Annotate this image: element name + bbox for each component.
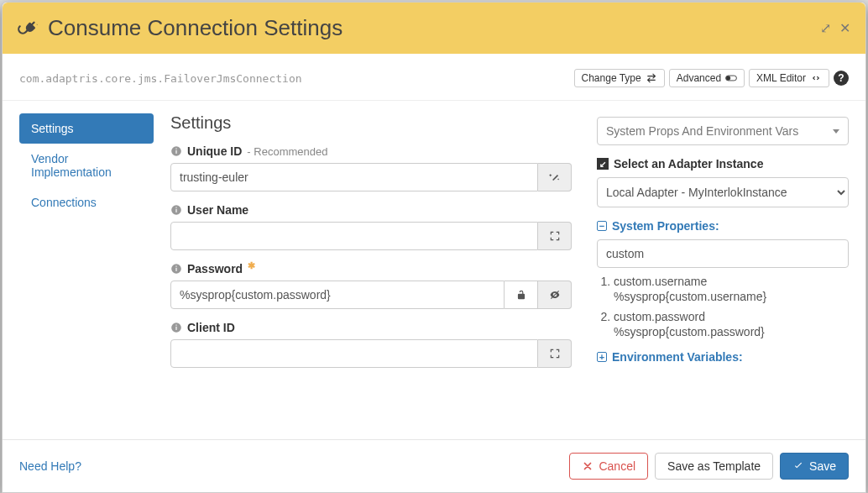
visibility-button[interactable] <box>538 281 572 309</box>
chevron-down-icon <box>833 129 839 134</box>
adapter-icon <box>597 158 609 170</box>
field-password: Password ✱ <box>170 262 572 309</box>
settings-heading: Settings <box>170 113 572 133</box>
unlock-icon <box>515 289 527 301</box>
adapter-instance-label: Select an Adapter Instance <box>614 157 763 170</box>
right-column: System Props And Environment Vars Select… <box>597 113 849 439</box>
field-username: User Name <box>170 203 572 250</box>
password-label: Password <box>187 262 243 275</box>
expand-button[interactable] <box>538 339 572 368</box>
expand-button[interactable] <box>538 222 572 250</box>
save-label: Save <box>809 459 836 473</box>
magic-wand-icon <box>549 171 561 183</box>
settings-column: Settings Unique ID - Recommended <box>170 113 572 439</box>
collapse-icon: − <box>597 221 607 231</box>
unique-id-hint: - Recommended <box>247 145 327 158</box>
client-id-input[interactable] <box>170 339 538 368</box>
prop-name: custom.password <box>614 310 705 323</box>
adapter-instance-label-row: Select an Adapter Instance <box>597 157 849 170</box>
code-icon <box>810 72 822 84</box>
svg-rect-6 <box>175 209 176 212</box>
list-item[interactable]: custom.password %sysprop{custom.password… <box>614 310 849 338</box>
unique-id-input[interactable] <box>170 163 538 191</box>
prop-name: custom.username <box>614 275 707 288</box>
swap-icon <box>646 72 657 84</box>
info-icon <box>170 263 182 275</box>
modified-indicator-icon: ✱ <box>248 260 255 271</box>
field-unique-id: Unique ID - Recommended <box>170 144 572 191</box>
side-nav: Settings Vendor Implementation Connectio… <box>19 113 154 439</box>
prop-expression: %sysprop{custom.password} <box>614 325 849 338</box>
unique-id-label: Unique ID <box>187 144 242 158</box>
vars-type-select[interactable]: System Props And Environment Vars <box>597 117 849 145</box>
main-content: Settings Unique ID - Recommended <box>170 113 849 439</box>
subheader-buttons: Change Type Advanced XML Editor ? <box>574 69 849 87</box>
expand-icon <box>549 348 561 359</box>
system-props-filter-input[interactable] <box>597 239 849 268</box>
change-type-label: Change Type <box>582 72 641 84</box>
modal-title: Consume Connection Settings <box>18 15 342 41</box>
lock-button[interactable] <box>505 281 538 309</box>
svg-rect-14 <box>175 325 176 326</box>
expand-icon: + <box>597 352 607 362</box>
help-icon[interactable]: ? <box>834 71 849 86</box>
environment-variables-label: Environment Variables: <box>612 350 743 364</box>
info-icon <box>170 145 182 157</box>
username-input[interactable] <box>170 222 538 250</box>
sidenav-item-settings[interactable]: Settings <box>19 113 154 144</box>
modal-title-text: Consume Connection Settings <box>48 15 342 41</box>
svg-rect-4 <box>175 149 176 149</box>
save-button[interactable]: Save <box>780 453 849 480</box>
system-properties-label: System Properties: <box>612 219 719 233</box>
list-item[interactable]: custom.username %sysprop{custom.username… <box>614 275 849 303</box>
sidenav-item-connections[interactable]: Connections <box>19 187 154 218</box>
system-properties-toggle[interactable]: − System Properties: <box>597 219 849 233</box>
expand-icon <box>549 230 561 242</box>
advanced-label: Advanced <box>677 72 721 84</box>
prop-expression: %sysprop{custom.username} <box>614 290 849 303</box>
svg-point-1 <box>726 76 730 81</box>
username-label: User Name <box>187 203 248 217</box>
info-icon <box>170 322 182 333</box>
svg-rect-13 <box>175 327 176 330</box>
plug-icon <box>18 18 39 39</box>
modal-footer: Need Help? Cancel Save as Template Save <box>3 439 865 492</box>
close-icon[interactable]: ✕ <box>839 20 850 36</box>
modal-body: Settings Vendor Implementation Connectio… <box>3 101 865 439</box>
subheader: com.adaptris.core.jms.FailoverJmsConnect… <box>3 54 865 101</box>
expand-icon[interactable]: ⤢ <box>820 20 831 36</box>
xml-editor-button[interactable]: XML Editor <box>749 69 829 87</box>
client-id-label: Client ID <box>187 321 235 334</box>
footer-buttons: Cancel Save as Template Save <box>569 453 849 480</box>
close-icon <box>582 460 593 472</box>
svg-rect-9 <box>175 268 176 271</box>
environment-variables-toggle[interactable]: + Environment Variables: <box>597 350 849 364</box>
field-client-id: Client ID <box>170 321 572 368</box>
cancel-label: Cancel <box>599 459 635 473</box>
header-actions: ⤢ ✕ <box>820 20 850 36</box>
svg-rect-3 <box>175 150 176 154</box>
adapter-instance-select[interactable]: Local Adapter - MyInterlokInstance <box>597 177 849 207</box>
need-help-link[interactable]: Need Help? <box>19 459 81 473</box>
advanced-button[interactable]: Advanced <box>669 69 745 87</box>
vars-type-label: System Props And Environment Vars <box>606 124 798 138</box>
sidenav-item-vendor-implementation[interactable]: Vendor Implementation <box>19 144 154 187</box>
cancel-button[interactable]: Cancel <box>569 453 648 480</box>
class-name: com.adaptris.core.jms.FailoverJmsConnect… <box>19 72 302 85</box>
xml-editor-label: XML Editor <box>756 72 806 84</box>
system-props-list: custom.username %sysprop{custom.username… <box>614 275 849 338</box>
toggle-icon <box>725 72 737 84</box>
check-icon <box>792 460 804 472</box>
password-input[interactable] <box>170 281 505 309</box>
svg-rect-7 <box>175 207 176 208</box>
magic-wand-button[interactable] <box>538 163 572 191</box>
modal-dialog: Consume Connection Settings ⤢ ✕ com.adap… <box>2 2 866 493</box>
svg-rect-10 <box>175 266 176 267</box>
modal-header: Consume Connection Settings ⤢ ✕ <box>3 3 865 54</box>
info-icon <box>170 204 182 216</box>
change-type-button[interactable]: Change Type <box>574 69 665 87</box>
save-template-button[interactable]: Save as Template <box>655 453 773 480</box>
eye-slash-icon <box>549 289 561 301</box>
